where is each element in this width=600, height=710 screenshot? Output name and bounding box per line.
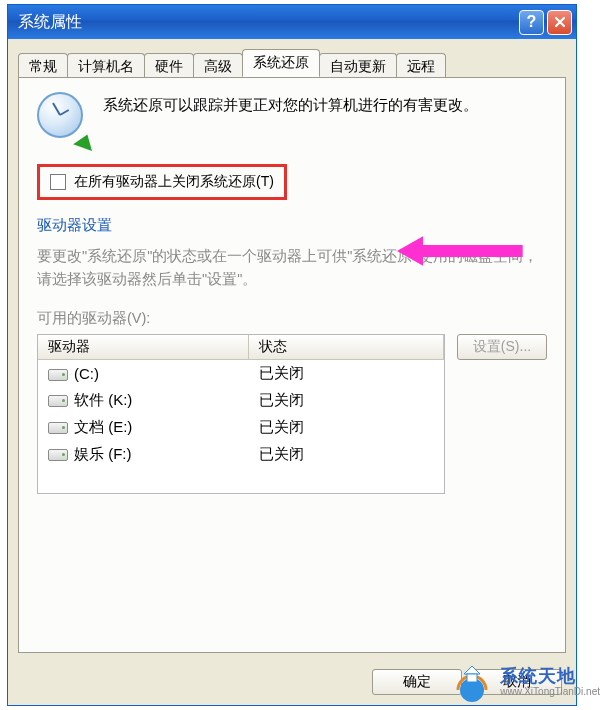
drive-list[interactable]: 驱动器 状态 (C:) 已关闭 软件 (K:) 已关闭 文档 (E:) 已关闭 … [37, 334, 445, 494]
table-row[interactable]: 文档 (E:) 已关闭 [38, 414, 444, 441]
tab-hardware[interactable]: 硬件 [144, 53, 194, 78]
tab-auto-update[interactable]: 自动更新 [319, 53, 397, 78]
intro-row: 系统还原可以跟踪并更正对您的计算机进行的有害更改。 [37, 92, 547, 146]
drive-icon [48, 395, 68, 407]
header-drive[interactable]: 驱动器 [38, 335, 249, 359]
drive-status: 已关闭 [249, 390, 444, 411]
drive-icon [48, 422, 68, 434]
close-icon [554, 16, 566, 28]
tab-computer-name[interactable]: 计算机名 [67, 53, 145, 78]
drive-settings-desc: 要更改"系统还原"的状态或在一个驱动器上可供"系统还原"使用的磁盘空间，请选择该… [37, 245, 547, 291]
system-properties-window: 系统属性 ? 常规 计算机名 硬件 高级 系统还原 自动更新 远程 系统还原可以… [7, 4, 577, 706]
settings-button: 设置(S)... [457, 334, 547, 360]
drive-name: 软件 (K:) [74, 391, 132, 408]
drive-name: 娱乐 (F:) [74, 445, 132, 462]
titlebar[interactable]: 系统属性 ? [8, 5, 576, 39]
drive-icon [48, 369, 68, 381]
tab-remote[interactable]: 远程 [396, 53, 446, 78]
drive-area: 驱动器 状态 (C:) 已关闭 软件 (K:) 已关闭 文档 (E:) 已关闭 … [37, 334, 547, 494]
disable-restore-checkbox[interactable] [50, 174, 66, 190]
drive-name: 文档 (E:) [74, 418, 132, 435]
disable-restore-highlight: 在所有驱动器上关闭系统还原(T) [37, 164, 287, 200]
table-row[interactable]: 软件 (K:) 已关闭 [38, 387, 444, 414]
window-title: 系统属性 [18, 12, 516, 33]
drive-status: 已关闭 [249, 444, 444, 465]
available-drives-label: 可用的驱动器(V): [37, 309, 547, 328]
table-row[interactable]: 娱乐 (F:) 已关闭 [38, 441, 444, 468]
ok-button[interactable]: 确定 [372, 669, 462, 695]
drive-settings-title: 驱动器设置 [37, 216, 547, 235]
help-button[interactable]: ? [519, 10, 544, 35]
tab-panel: 系统还原可以跟踪并更正对您的计算机进行的有害更改。 在所有驱动器上关闭系统还原(… [18, 77, 566, 653]
disable-restore-label: 在所有驱动器上关闭系统还原(T) [74, 173, 274, 191]
drive-status: 已关闭 [249, 417, 444, 438]
tab-general[interactable]: 常规 [18, 53, 68, 78]
drive-name: (C:) [74, 365, 99, 382]
table-row[interactable]: (C:) 已关闭 [38, 360, 444, 387]
close-button[interactable] [547, 10, 572, 35]
tab-advanced[interactable]: 高级 [193, 53, 243, 78]
drive-icon [48, 449, 68, 461]
dialog-buttons: 确定 取消 [8, 661, 576, 705]
header-status[interactable]: 状态 [249, 335, 444, 359]
drive-list-header: 驱动器 状态 [38, 335, 444, 360]
cancel-button[interactable]: 取消 [472, 669, 562, 695]
tab-strip: 常规 计算机名 硬件 高级 系统还原 自动更新 远程 [8, 39, 576, 77]
system-restore-icon [37, 92, 91, 146]
intro-text: 系统还原可以跟踪并更正对您的计算机进行的有害更改。 [103, 92, 478, 117]
tab-system-restore[interactable]: 系统还原 [242, 49, 320, 77]
drive-status: 已关闭 [249, 363, 444, 384]
